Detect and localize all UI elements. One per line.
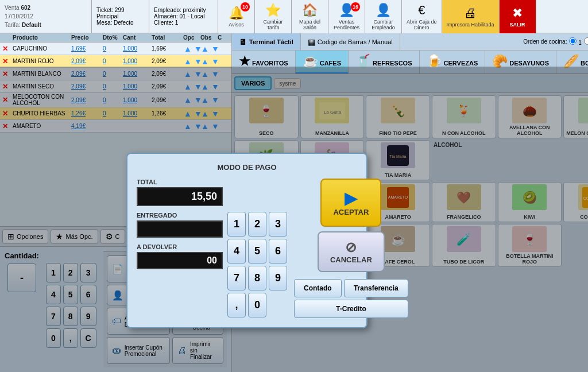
product-price[interactable]: 1,69€ [71, 45, 103, 52]
devolver-label: A DEVOLVER [137, 243, 223, 250]
impresora-button[interactable]: 🖨 Impresora Habilitada [442, 0, 500, 33]
avisos-button[interactable]: 10 🔔 Avisos [218, 0, 255, 33]
exit-icon: ✖ [512, 6, 523, 21]
entregado-field: ENTREGADO [137, 212, 223, 238]
date-label: 17/10/2012 [5, 13, 33, 20]
tarifa-val: Default [22, 22, 41, 28]
cat-favoritos-label: FAVORITOS [252, 60, 288, 67]
tarifa-icon: ⭐ [265, 3, 281, 18]
payment-body: TOTAL ENTREGADO A DEVOLVER [137, 179, 357, 318]
table-row[interactable]: ✕ CAPUCHINO 1,69€ 0 1,000 1,69€ ▲ ▼ ▲ ▼ [0, 42, 231, 55]
caja-icon: € [418, 3, 425, 18]
np-8[interactable]: 8 [248, 266, 266, 290]
np-7[interactable]: 7 [227, 266, 246, 290]
kitchen-order-label: Orden de cocina: [523, 38, 567, 45]
payment-actions: ▶ ACEPTAR ⊘ CANCELAR Contado Transferenc… [294, 179, 408, 318]
cancel-button[interactable]: ⊘ CANCELAR [318, 231, 385, 272]
avisos-label: Avisos [229, 22, 243, 28]
payment-methods: Contado Transferencia T-Credito [294, 279, 408, 318]
salir-button[interactable]: ✖ SALIR [500, 0, 536, 33]
salir-label: SALIR [510, 22, 525, 28]
kitchen-radio-1[interactable]: 1 [569, 37, 581, 46]
delete-row-btn[interactable]: ✕ [2, 57, 13, 65]
terminal-tabs: 🖥 Terminal Táctil ▦ Codigo de Barras / M… [232, 33, 588, 51]
cat-bocadillos-label: BOCADILLOS [581, 60, 588, 67]
contado-button[interactable]: Contado [294, 279, 342, 297]
kitchen-radio-group: 1 2 3 4 [569, 37, 588, 46]
np-comma[interactable]: , [227, 293, 246, 317]
product-dto[interactable]: 0 [103, 58, 123, 64]
np-3[interactable]: 3 [269, 212, 287, 237]
venta-label: Venta [5, 5, 20, 11]
product-total: 1,69€ [152, 45, 183, 52]
product-dto[interactable]: 0 [103, 45, 123, 52]
abrir-caja-button[interactable]: € Abrir Caja deDinero [402, 0, 442, 33]
col-product: Producto [13, 34, 71, 41]
delete-row-btn[interactable]: ✕ [2, 45, 13, 53]
accept-button[interactable]: ▶ ACEPTAR [320, 179, 381, 227]
product-price[interactable]: 2,09€ [71, 58, 103, 64]
devolver-input[interactable] [137, 252, 223, 269]
payment-left: TOTAL ENTREGADO A DEVOLVER [137, 179, 287, 318]
obs-up[interactable]: ▲ [201, 57, 209, 66]
barcode-icon: ▦ [308, 37, 315, 46]
total-label: TOTAL [137, 179, 287, 185]
row-obs: ▲ ▼ [200, 44, 218, 53]
cat-desayunos-label: DESAYUNOS [509, 60, 549, 67]
np-4[interactable]: 4 [227, 239, 246, 264]
total-input[interactable] [137, 187, 223, 206]
arrow-up[interactable]: ▲ [184, 57, 192, 66]
printer-icon: 🖨 [464, 6, 477, 21]
cat-cervezas-label: CERVEZAS [444, 60, 478, 67]
avisos-badge: 10 [241, 2, 250, 11]
cambiar-tarifa-button[interactable]: ⭐ CambiarTarifa [255, 0, 292, 33]
obs-down[interactable]: ▼ [211, 44, 219, 53]
tarifa-label: Tarifa: [5, 22, 20, 28]
transferencia-button[interactable]: Transferencia [344, 279, 408, 297]
row-obs: ▲ ▼ [200, 57, 218, 66]
payment-title: MODO DE PAGO [137, 163, 357, 172]
cat-refrescos-label: REFRESCOS [373, 60, 412, 67]
np-5[interactable]: 5 [248, 239, 266, 264]
arrow-up[interactable]: ▲ [184, 44, 192, 53]
product-name: MARTINI ROJO [13, 58, 71, 64]
product-total: 2,09€ [152, 58, 183, 64]
obs-down[interactable]: ▼ [211, 57, 219, 66]
np-1[interactable]: 1 [227, 212, 246, 237]
np-2[interactable]: 2 [248, 212, 266, 237]
obs-up[interactable]: ▲ [201, 44, 209, 53]
abrir-caja-label: Abrir Caja deDinero [407, 19, 437, 30]
table-row[interactable]: ✕ MARTINI ROJO 2,09€ 0 1,000 2,09€ ▲ ▼ ▲… [0, 55, 231, 68]
mapa-salon-button[interactable]: 🏠 Mapa delSalón [292, 0, 328, 33]
entregado-input[interactable] [137, 220, 223, 238]
kitchen-radio-2[interactable]: 2 [584, 37, 588, 46]
kitchen-order-section: Orden de cocina: 1 2 3 4 [519, 33, 588, 50]
top-bar: Venta 602 17/10/2012 Tarifa: Default Tic… [0, 0, 588, 33]
terminal-tactil-tab[interactable]: 🖥 Terminal Táctil [232, 33, 301, 50]
product-cant[interactable]: 1,000 [123, 58, 152, 64]
col-opc: Opc [183, 34, 200, 41]
np-9[interactable]: 9 [269, 266, 287, 290]
np-6[interactable]: 6 [269, 239, 287, 264]
row-actions: ▲ ▼ [183, 57, 200, 66]
venta-val: 602 [21, 5, 30, 11]
toolbar: 10 🔔 Avisos ⭐ CambiarTarifa 🏠 Mapa delSa… [218, 0, 588, 33]
terminal-tactil-label: Terminal Táctil [249, 38, 293, 45]
col-obs: Obs [200, 34, 218, 41]
accept-label: ACEPTAR [333, 208, 369, 216]
ventas-pendientes-label: VentasPendientes [334, 19, 359, 30]
barcode-tab[interactable]: ▦ Codigo de Barras / Manual [301, 33, 400, 50]
cambiar-empleado-button[interactable]: 👤 CambiarEmpleado [365, 0, 402, 33]
barcode-label: Codigo de Barras / Manual [318, 38, 393, 45]
ventas-pendientes-button[interactable]: 16 👤 VentasPendientes [328, 0, 365, 33]
product-cant[interactable]: 1,000 [123, 45, 152, 52]
mapa-salon-label: Mapa delSalón [299, 19, 320, 30]
col-dto: Dto% [103, 34, 123, 41]
table-header: Producto Precio Dto% Cant Total Opc Obs … [0, 33, 231, 42]
tcredito-button[interactable]: T-Credito [294, 300, 408, 318]
np-0[interactable]: 0 [248, 293, 266, 317]
map-icon: 🏠 [302, 3, 318, 18]
devolver-field: A DEVOLVER [137, 243, 223, 269]
impresora-label: Impresora Habilitada [447, 22, 494, 28]
payment-modal-overlay: MODO DE PAGO TOTAL ENTREGADO [0, 67, 588, 372]
